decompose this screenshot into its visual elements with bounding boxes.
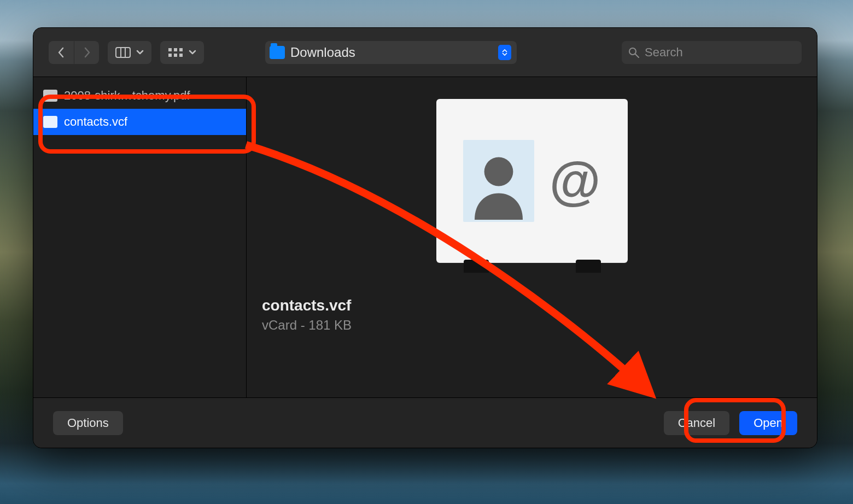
preview-pane: @ contacts.vcf vCard - 181 KB (247, 77, 817, 397)
svg-rect-7 (174, 54, 177, 57)
cancel-button[interactable]: Cancel (664, 411, 729, 435)
svg-rect-5 (179, 48, 183, 51)
vcard-icon (43, 116, 57, 128)
dialog-footer: Options Cancel Open (33, 397, 817, 448)
avatar-icon (463, 140, 534, 222)
svg-point-11 (484, 157, 513, 186)
document-icon (43, 90, 57, 102)
chevron-left-icon (57, 47, 66, 58)
svg-rect-0 (116, 48, 130, 57)
search-field[interactable] (622, 41, 802, 64)
popup-arrows-icon (498, 45, 511, 60)
at-sign-icon: @ (550, 151, 601, 211)
file-name-label: 2008-shirk…tchemy.pdf (64, 89, 190, 103)
dialog-toolbar: Downloads (33, 28, 817, 77)
chevron-down-icon (189, 50, 196, 55)
location-popup[interactable]: Downloads (265, 41, 517, 64)
open-file-dialog: Downloads 2008-shirk…tchemy.pdf contacts… (33, 27, 817, 448)
open-button[interactable]: Open (739, 411, 797, 435)
nav-forward-button[interactable] (74, 41, 99, 64)
svg-rect-8 (179, 54, 183, 57)
chevron-down-icon (136, 50, 144, 55)
nav-back-button[interactable] (49, 41, 74, 64)
preview-subtitle: vCard - 181 KB (262, 318, 802, 333)
dialog-body: 2008-shirk…tchemy.pdf contacts.vcf @ con… (33, 77, 817, 397)
location-label: Downloads (290, 45, 493, 60)
preview-filename: contacts.vcf (262, 297, 802, 314)
file-list-pane: 2008-shirk…tchemy.pdf contacts.vcf (33, 77, 247, 397)
file-row[interactable]: 2008-shirk…tchemy.pdf (33, 83, 246, 109)
svg-rect-3 (168, 48, 172, 51)
svg-line-10 (635, 54, 639, 57)
view-columns-button[interactable] (108, 41, 151, 64)
nav-history (49, 41, 99, 64)
folder-icon (270, 46, 285, 59)
options-button[interactable]: Options (53, 411, 123, 435)
svg-point-9 (629, 48, 636, 55)
file-name-label: contacts.vcf (64, 115, 127, 129)
search-input[interactable] (645, 45, 795, 60)
group-by-button[interactable] (160, 41, 204, 64)
columns-icon (115, 47, 131, 58)
search-icon (628, 47, 639, 58)
vcard-preview-icon: @ (436, 99, 628, 263)
chevron-right-icon (83, 47, 91, 58)
grid-group-icon (168, 47, 183, 58)
svg-rect-4 (174, 48, 177, 51)
svg-rect-6 (168, 54, 172, 57)
file-row[interactable]: contacts.vcf (33, 109, 246, 135)
